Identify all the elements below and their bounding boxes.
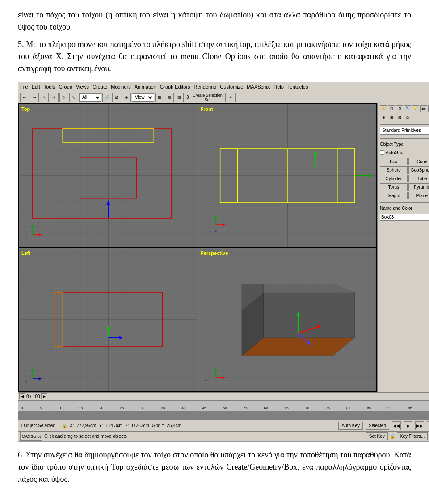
nav-play-btn[interactable]: ▶ — [404, 421, 412, 430]
autogrid-checkbox[interactable] — [380, 150, 384, 155]
main-area: Top — [18, 103, 429, 392]
toolbar-row1: ↩ ↪ ↖ ✛ ↻ ⤡ All 🔗 ⛓ ⊕ View ⊞ ⊟ ⊠ 3 Creat… — [18, 92, 429, 103]
object-name-input[interactable] — [380, 214, 429, 221]
menu-help[interactable]: Help — [273, 83, 284, 91]
menu-views[interactable]: Views — [76, 83, 89, 91]
menu-tools[interactable]: Tools — [44, 83, 55, 91]
svg-text:z: z — [26, 380, 28, 384]
timeline-track[interactable] — [18, 411, 429, 420]
nav-end-btn[interactable]: ⏭ — [427, 421, 429, 430]
timeline-prev[interactable]: ◀ — [19, 393, 25, 399]
panel-icon-3[interactable]: ⚙ — [396, 105, 403, 112]
rotate-btn[interactable]: ↻ — [59, 93, 68, 102]
menu-group[interactable]: Group — [59, 83, 72, 91]
menu-animation[interactable]: Animation — [135, 83, 156, 91]
panel-icons-row: 🔱 ◻ ⚙ 🔧 💡 📷 📐 — [380, 105, 429, 112]
panel-icon-6[interactable]: 📷 — [420, 105, 427, 112]
intro-text: είναι το πάχος του τοίχου (η οπτική top … — [18, 10, 411, 31]
menu-maxscript[interactable]: MAXScript — [247, 83, 270, 91]
menu-rendering[interactable]: Rendering — [194, 83, 217, 91]
step5-text: 5. Με το πλήκτρο move και πατημένο το πλ… — [18, 40, 411, 73]
btn-sphere[interactable]: Sphere — [380, 166, 408, 174]
named-selection-btn[interactable]: ▼ — [227, 93, 236, 102]
link-btn[interactable]: 🔗 — [102, 93, 111, 102]
panel-icons-row2: ⊕ ⊞ ⊟ Ω — [380, 114, 429, 121]
mirror-btn[interactable]: ⊞ — [155, 93, 164, 102]
btn-teapot[interactable]: Teapot — [380, 192, 408, 199]
page-content: είναι το πάχος του τοίχου (η οπτική top … — [0, 0, 429, 494]
create-selection-btn[interactable]: Create Selection Set — [190, 93, 226, 102]
z-value: 0,263cm — [132, 422, 149, 429]
viewport-left[interactable]: Left — [19, 248, 198, 391]
panel-primitives-dropdown[interactable]: Standard Primitives — [380, 127, 429, 135]
autogrid-label: AutoGrid — [386, 149, 403, 156]
btn-tube[interactable]: Tube — [408, 175, 429, 182]
btn-pyramid[interactable]: Pyramid — [408, 183, 429, 191]
hint-text: Click and drag to select and move object… — [44, 433, 127, 440]
btn-cylinder[interactable]: Cylinder — [380, 175, 408, 182]
viewport-perspective[interactable]: Perspective — [198, 248, 377, 391]
lock-icon: 🔒 — [62, 422, 67, 429]
panel-icon-2[interactable]: ◻ — [388, 105, 395, 112]
panel-icon-5[interactable]: 💡 — [412, 105, 419, 112]
selected-btn[interactable]: Selected — [366, 422, 389, 430]
unlink-btn[interactable]: ⛓ — [112, 93, 121, 102]
menu-file[interactable]: File — [20, 83, 28, 91]
nav-prev-btn[interactable]: ◀◀ — [392, 421, 401, 430]
z-label: Z: — [126, 422, 130, 429]
viewports-grid: Top — [18, 103, 377, 392]
menu-tentacles[interactable]: Tentacles — [287, 83, 308, 91]
panel-icon-9[interactable]: ⊞ — [388, 114, 395, 121]
step6-paragraph: 6. Στην συνέχεια θα δημιουργήσουμε τον τ… — [18, 449, 411, 485]
btn-box[interactable]: Box — [380, 158, 408, 165]
menu-create[interactable]: Create — [93, 83, 107, 91]
scale-btn[interactable]: ⤡ — [69, 93, 78, 102]
select-btn[interactable]: ↖ — [40, 93, 49, 102]
menu-graph-editors[interactable]: Graph Editors — [160, 83, 190, 91]
undo-btn[interactable]: ↩ — [20, 93, 29, 102]
nav-next-btn[interactable]: ▶▶ — [415, 421, 424, 430]
bind-btn[interactable]: ⊕ — [122, 93, 131, 102]
menu-edit[interactable]: Edit — [32, 83, 40, 91]
viewport-front[interactable]: Front — [198, 104, 377, 247]
svg-marker-49 — [263, 293, 354, 338]
right-panel: 🔱 ◻ ⚙ 🔧 💡 📷 📐 ⊕ ⊞ ⊟ Ω Standar — [377, 103, 429, 392]
btn-plane[interactable]: Plane — [408, 192, 429, 199]
front-viewport-svg: z — [198, 104, 377, 247]
panel-icon-1[interactable]: 🔱 — [380, 105, 387, 112]
view-dropdown[interactable]: View — [132, 93, 154, 102]
menu-customize[interactable]: Customize — [220, 83, 243, 91]
key-filters-btn[interactable]: Key Filters... — [397, 432, 428, 440]
y-label: Y: — [99, 422, 103, 429]
top-viewport-svg: x — [19, 104, 198, 247]
align-btn[interactable]: ⊟ — [165, 93, 174, 102]
panel-icon-8[interactable]: ⊕ — [380, 114, 387, 121]
x-label: X: — [70, 422, 74, 429]
key-lock-icon: 🔒 — [390, 433, 395, 440]
viewport-top[interactable]: Top — [19, 104, 198, 247]
step5-paragraph: 5. Με το πλήκτρο move και πατημένο το πλ… — [18, 38, 411, 75]
viewport-perspective-label: Perspective — [201, 250, 228, 257]
viewport-top-label: Top — [21, 106, 30, 113]
panel-icon-4[interactable]: 🔧 — [404, 105, 411, 112]
btn-geosphere[interactable]: GeoSphere — [408, 166, 429, 174]
grid-value: 25,4cm — [167, 422, 181, 429]
auto-key-btn[interactable]: Auto Key — [338, 422, 363, 430]
x-value: 772,96cm — [76, 422, 96, 429]
menu-modifiers[interactable]: Modifiers — [111, 83, 131, 91]
perspective-viewport-svg: z — [198, 248, 377, 391]
move-btn[interactable]: ✛ — [50, 93, 59, 102]
filter-dropdown[interactable]: All — [79, 93, 101, 102]
panel-icon-10[interactable]: ⊟ — [396, 114, 403, 121]
set-key-btn[interactable]: Set Key — [366, 432, 388, 440]
btn-cone[interactable]: Cone — [408, 158, 429, 165]
left-viewport-svg: z — [19, 248, 198, 391]
redo-btn[interactable]: ↪ — [30, 93, 39, 102]
timeline-next[interactable]: ▶ — [41, 393, 47, 399]
btn-torus[interactable]: Torus — [380, 183, 408, 191]
snap-btn[interactable]: ⊠ — [175, 93, 184, 102]
maxscript-btn[interactable]: MAXScript — [20, 432, 42, 441]
panel-icon-11[interactable]: Ω — [404, 114, 411, 121]
timeline-numbers: 0 5 10 15 20 25 30 35 40 45 50 55 60 65 … — [18, 400, 429, 411]
primitives-buttons: Box Cone Sphere GeoSphere Cylinder Tube … — [380, 158, 429, 199]
